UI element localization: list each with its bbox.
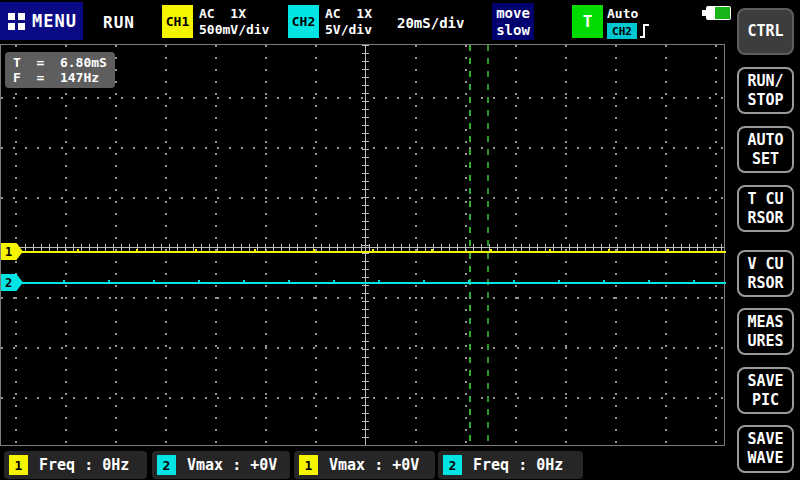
status-ch1-freq-value: Freq : 0Hz bbox=[39, 456, 129, 474]
move-button-line2: slow bbox=[492, 22, 534, 39]
measures-label1: MEAS bbox=[747, 313, 783, 332]
v-cursor-button[interactable]: V CURSOR bbox=[737, 250, 794, 297]
ch1-coupling: AC 1X bbox=[199, 6, 246, 21]
ch1-settings[interactable]: AC 1X500mV/div bbox=[199, 6, 269, 38]
save-wave-label2: WAVE bbox=[747, 449, 783, 468]
timebase-setting[interactable]: 20mS/div bbox=[397, 15, 464, 31]
run-stop-label2: STOP bbox=[747, 91, 783, 110]
save-pic-button[interactable]: SAVEPIC bbox=[737, 367, 794, 414]
status-ch2-vmax-value: Vmax : +0V bbox=[187, 456, 277, 474]
oscilloscope-screen: MENU RUN CH1 AC 1X500mV/div CH2 AC 1X5V/… bbox=[0, 0, 800, 480]
status-ch2-badge: 2 bbox=[157, 455, 176, 475]
trigger-position-cursor[interactable] bbox=[469, 45, 471, 445]
ch1-scale: 500mV/div bbox=[199, 22, 269, 37]
run-stop-button[interactable]: RUN/STOP bbox=[737, 67, 794, 114]
trigger-rising-edge-icon[interactable] bbox=[639, 23, 650, 40]
waveform-display: 1 2 T = 6.80mSF = 147Hz bbox=[0, 44, 725, 446]
move-button-line1: move bbox=[492, 5, 534, 22]
t-cursor-label2: RSOR bbox=[747, 209, 783, 228]
t-cursor-label1: T CU bbox=[747, 190, 783, 209]
measurement-readout: T = 6.80mSF = 147Hz bbox=[5, 52, 115, 88]
trigger-mode[interactable]: Auto bbox=[607, 6, 638, 21]
ch2-trace bbox=[20, 282, 726, 284]
status-ch2-freq: 2 Freq : 0Hz bbox=[438, 451, 583, 479]
auto-set-label1: AUTO bbox=[747, 131, 783, 150]
trigger-button[interactable]: T bbox=[572, 5, 603, 38]
menu-grid-icon bbox=[8, 13, 25, 30]
t-cursor-button[interactable]: T CURSOR bbox=[737, 185, 794, 232]
status-ch2-freq-value: Freq : 0Hz bbox=[473, 456, 563, 474]
auto-set-button[interactable]: AUTOSET bbox=[737, 126, 794, 173]
period-readout: T = 6.80mS bbox=[13, 55, 107, 70]
ctrl-label: CTRL bbox=[747, 22, 783, 41]
status-ch1-badge: 1 bbox=[9, 455, 28, 475]
battery-body bbox=[706, 6, 731, 20]
status-ch2-badge-2: 2 bbox=[443, 455, 462, 475]
battery-icon bbox=[702, 6, 731, 20]
status-ch1-badge-2: 1 bbox=[299, 455, 318, 475]
measures-label2: URES bbox=[747, 332, 783, 351]
battery-level-fill bbox=[715, 7, 730, 19]
trigger-position-cursor-2[interactable] bbox=[487, 45, 489, 445]
save-pic-label1: SAVE bbox=[747, 372, 783, 391]
status-ch1-vmax: 1 Vmax : +0V bbox=[294, 451, 435, 479]
ch2-scale: 5V/div bbox=[325, 22, 372, 37]
auto-set-label2: SET bbox=[752, 150, 779, 169]
ch2-coupling: AC 1X bbox=[325, 6, 372, 21]
menu-label: MENU bbox=[32, 11, 77, 31]
v-cursor-label2: RSOR bbox=[747, 274, 783, 293]
ch2-settings[interactable]: AC 1X5V/div bbox=[325, 6, 372, 38]
measures-button[interactable]: MEASURES bbox=[737, 308, 794, 355]
status-ch1-vmax-value: Vmax : +0V bbox=[329, 456, 419, 474]
frequency-readout: F = 147Hz bbox=[13, 70, 99, 85]
v-cursor-label1: V CU bbox=[747, 255, 783, 274]
ch2-badge[interactable]: CH2 bbox=[288, 5, 319, 38]
save-wave-label1: SAVE bbox=[747, 430, 783, 449]
ch1-badge[interactable]: CH1 bbox=[162, 5, 193, 38]
ctrl-button[interactable]: CTRL bbox=[737, 8, 794, 55]
save-pic-label2: PIC bbox=[752, 391, 779, 410]
move-speed-button[interactable]: move slow bbox=[492, 3, 534, 40]
status-ch2-vmax: 2 Vmax : +0V bbox=[152, 451, 290, 479]
horizontal-axis bbox=[1, 247, 724, 248]
ch1-trace bbox=[20, 251, 726, 253]
trigger-source-badge[interactable]: CH2 bbox=[607, 23, 637, 39]
save-wave-button[interactable]: SAVEWAVE bbox=[737, 425, 794, 473]
acquisition-status: RUN bbox=[103, 13, 135, 32]
status-ch1-freq: 1 Freq : 0Hz bbox=[4, 451, 147, 479]
run-stop-label1: RUN/ bbox=[747, 72, 783, 91]
menu-button[interactable]: MENU bbox=[0, 2, 83, 40]
